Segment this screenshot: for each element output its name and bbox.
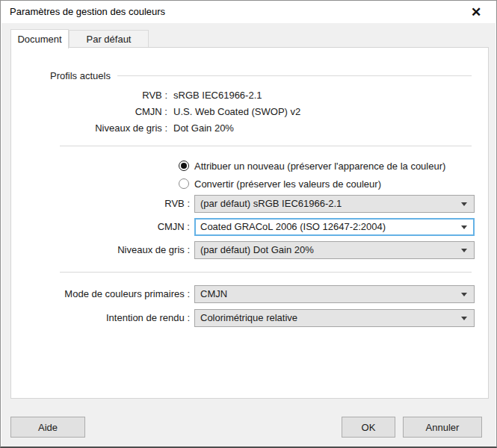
current-rgb-row: RVB : sRGB IEC61966-2.1: [11, 90, 488, 103]
rendering-intent-value: Colorimétrique relative: [200, 312, 297, 323]
radio-assign-new-label: Attribuer un nouveau (préserver l'appare…: [194, 161, 445, 172]
titlebar: Paramètres de gestion des couleurs ✕: [1, 1, 496, 23]
color-management-dialog: Paramètres de gestion des couleurs ✕ Doc…: [0, 0, 497, 448]
rgb-profile-value: (par défaut) sRGB IEC61966-2.1: [200, 198, 342, 209]
ok-button[interactable]: OK: [342, 417, 395, 438]
tab-document[interactable]: Document: [10, 29, 69, 49]
cmyk-profile-dropdown[interactable]: Coated GRACoL 2006 (ISO 12647-2:2004): [194, 218, 475, 236]
current-cmyk-label: CMJN :: [11, 106, 167, 117]
chevron-down-icon: [461, 202, 467, 206]
rendering-intent-label: Intention de rendu :: [11, 309, 190, 327]
dialog-title: Paramètres de gestion des couleurs: [10, 6, 165, 17]
cmyk-select-label: CMJN :: [11, 218, 190, 236]
current-gray-row: Niveaux de gris : Dot Gain 20%: [11, 122, 488, 136]
current-gray-value: Dot Gain 20%: [173, 122, 234, 134]
chevron-down-icon: [461, 293, 467, 296]
primary-color-mode-dropdown[interactable]: CMJN: [194, 285, 475, 303]
tab-document-label: Document: [17, 34, 61, 45]
current-profiles-title: Profils actuels: [50, 70, 111, 81]
separator: [60, 272, 472, 273]
radio-convert-label: Convertir (préserver les valeurs de coul…: [194, 178, 381, 190]
gray-profile-dropdown[interactable]: (par défaut) Dot Gain 20%: [194, 241, 475, 259]
current-cmyk-value: U.S. Web Coated (SWOP) v2: [173, 106, 300, 117]
separator: [60, 146, 472, 146]
radio-convert[interactable]: Convertir (préserver les valeurs de coul…: [179, 177, 381, 190]
header-rule: [117, 75, 472, 76]
rgb-select-label: RVB :: [11, 195, 190, 213]
tab-par-defaut[interactable]: Par défaut: [69, 30, 149, 48]
current-profiles-header: Profils actuels: [50, 70, 472, 81]
tab-par-defaut-label: Par défaut: [87, 34, 132, 45]
current-rgb-value: sRGB IEC61966-2.1: [173, 90, 262, 101]
chevron-down-icon: [461, 249, 467, 252]
close-icon[interactable]: ✕: [466, 3, 486, 21]
primary-color-mode-label: Mode de couleurs primaires :: [11, 285, 190, 303]
current-gray-label: Niveaux de gris :: [11, 122, 167, 134]
rendering-intent-row: Intention de rendu : Colorimétrique rela…: [11, 309, 488, 327]
radio-assign-new[interactable]: Attribuer un nouveau (préserver l'appare…: [179, 159, 445, 172]
chevron-down-icon: [461, 317, 467, 320]
rgb-profile-dropdown[interactable]: (par défaut) sRGB IEC61966-2.1: [194, 195, 475, 213]
cmyk-profile-value: Coated GRACoL 2006 (ISO 12647-2:2004): [200, 221, 386, 232]
rendering-intent-dropdown[interactable]: Colorimétrique relative: [194, 309, 475, 327]
rgb-select-row: RVB : (par défaut) sRGB IEC61966-2.1: [11, 195, 488, 213]
help-button[interactable]: Aide: [10, 417, 85, 438]
chevron-down-icon: [461, 225, 467, 229]
document-tab-panel: Profils actuels RVB : sRGB IEC61966-2.1 …: [10, 47, 489, 399]
radio-button-icon: [179, 178, 189, 189]
gray-select-row: Niveaux de gris : (par défaut) Dot Gain …: [11, 241, 488, 259]
radio-button-icon: [179, 161, 189, 171]
primary-color-mode-value: CMJN: [200, 288, 227, 299]
current-rgb-label: RVB :: [11, 90, 167, 101]
current-cmyk-row: CMJN : U.S. Web Coated (SWOP) v2: [11, 106, 488, 119]
cancel-button[interactable]: Annuler: [403, 417, 482, 438]
gray-select-label: Niveaux de gris :: [11, 241, 190, 259]
cmyk-select-row: CMJN : Coated GRACoL 2006 (ISO 12647-2:2…: [11, 218, 488, 236]
gray-profile-value: (par défaut) Dot Gain 20%: [200, 244, 314, 255]
primary-color-mode-row: Mode de couleurs primaires : CMJN: [11, 285, 488, 303]
dialog-body: Document Par défaut Profils actuels RVB …: [1, 23, 496, 447]
